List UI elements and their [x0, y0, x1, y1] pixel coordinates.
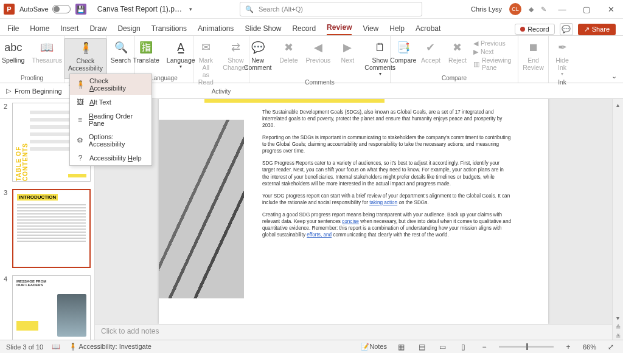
record-dot-icon — [520, 27, 525, 32]
thumb-number-2: 2 — [4, 103, 10, 182]
thumb-number-4: 4 — [4, 275, 10, 340]
translate-icon: 🈯 — [138, 39, 154, 55]
check-accessibility-button[interactable]: 🧍Check Accessibility▾ — [64, 38, 107, 79]
notes-pane[interactable]: Click to add notes — [95, 324, 612, 340]
diamond-icon[interactable]: ◆ — [529, 5, 534, 13]
translate-button[interactable]: 🈯Translate — [129, 38, 162, 65]
reading-view-button[interactable]: ▭ — [437, 342, 449, 352]
tab-insert[interactable]: Insert — [60, 24, 78, 35]
tab-slideshow[interactable]: Slide Show — [245, 24, 281, 35]
search-icon: 🔍 — [113, 39, 129, 55]
slide-canvas: The Sustainable Development Goals (SDGs)… — [95, 99, 612, 340]
search-input[interactable]: 🔍 Search (Alt+Q) — [240, 2, 422, 16]
accessibility-icon: 🧍 — [78, 40, 94, 56]
slide-3[interactable]: The Sustainable Development Goals (SDGs)… — [159, 99, 548, 324]
tab-animations[interactable]: Animations — [198, 24, 234, 35]
normal-view-button[interactable]: ▦ — [395, 342, 408, 352]
zoom-level[interactable]: 66% — [583, 343, 596, 351]
thesaurus-button[interactable]: 📖Thesaurus — [28, 38, 66, 65]
accept-button: ✔Accept — [417, 38, 444, 65]
slide-counter[interactable]: Slide 3 of 10 — [6, 343, 43, 351]
notes-button[interactable]: 📝Notes — [361, 343, 387, 351]
link-taking-action: taking action — [369, 200, 397, 205]
compare-next: ▶ Next — [473, 48, 517, 55]
scroll-up-icon[interactable]: ▴ — [616, 101, 619, 108]
menu-options-accessibility[interactable]: ⚙Options: Accessibility — [70, 130, 151, 151]
yellow-bar — [204, 99, 385, 103]
compare-nav: ◀ Previous ▶ Next ▥ Reviewing Pane — [471, 38, 519, 72]
zoom-out-button[interactable]: − — [478, 342, 490, 352]
spellcheck-status-icon[interactable]: 📖 — [52, 343, 60, 351]
tab-view[interactable]: View — [363, 24, 378, 35]
share-button[interactable]: ↗Share — [578, 24, 616, 35]
comments-button[interactable]: 💬 — [560, 23, 573, 35]
tab-acrobat[interactable]: Acrobat — [416, 24, 440, 35]
accessibility-status[interactable]: 🧍 Accessibility: Investigate — [69, 343, 151, 351]
accessibility-menu: 🧍Check Accessibility 🖼Alt Text ≡Reading … — [69, 74, 152, 166]
tab-file[interactable]: File — [7, 24, 19, 35]
spelling-button[interactable]: abcSpelling — [0, 38, 28, 65]
intro-title: INTRODUCTION — [17, 194, 58, 201]
tab-transitions[interactable]: Transitions — [151, 24, 187, 35]
menu-accessibility-help[interactable]: ?Accessibility Help — [70, 151, 151, 165]
end-review-icon: ⏹ — [526, 39, 541, 55]
accept-icon: ✔ — [423, 39, 439, 55]
prev-slide-icon[interactable]: ≙ — [616, 324, 621, 331]
close-button[interactable]: ✕ — [602, 5, 619, 14]
fit-window-button[interactable]: ⤢ — [605, 342, 617, 352]
minimize-button[interactable]: — — [554, 5, 571, 14]
gear-icon: ⚙ — [76, 136, 84, 145]
leader-photo-icon — [57, 294, 86, 337]
tab-record[interactable]: Record — [292, 24, 316, 35]
play-icon: ▷ — [6, 87, 11, 95]
spelling-icon: abc — [5, 39, 21, 55]
zoom-in-button[interactable]: + — [562, 342, 574, 352]
slide-area[interactable]: The Sustainable Development Goals (SDGs)… — [95, 99, 612, 324]
tab-review[interactable]: Review — [327, 23, 352, 35]
from-beginning-button[interactable]: ▷From Beginning — [6, 87, 62, 95]
thumb-number-3: 3 — [4, 189, 10, 268]
autosave-toggle[interactable]: AutoSave — [19, 5, 71, 13]
avatar[interactable]: CL — [509, 3, 521, 15]
title-bar: P AutoSave 💾 Canva Test Report (1).p… ▾ … — [0, 0, 623, 19]
ink-icon: ✒ — [554, 39, 570, 55]
compare-button[interactable]: 📑Compare — [389, 38, 417, 65]
scroll-down-icon[interactable]: ▾ — [616, 315, 619, 321]
tab-home[interactable]: Home — [30, 24, 49, 35]
record-button[interactable]: Record — [515, 24, 554, 35]
save-icon[interactable]: 💾 — [75, 4, 86, 15]
tab-design[interactable]: Design — [117, 24, 140, 35]
maximize-button[interactable]: ▢ — [578, 5, 595, 14]
next-slide-icon[interactable]: ≚ — [616, 333, 621, 340]
toggle-off-icon[interactable] — [52, 5, 71, 13]
thumb-slide-3[interactable]: INTRODUCTION — [12, 189, 91, 268]
pen-icon[interactable]: ✎ — [541, 5, 546, 13]
previous-icon: ◀ — [310, 39, 326, 55]
building-image — [159, 120, 244, 298]
group-label-activity: Activity — [197, 88, 245, 95]
status-bar: Slide 3 of 10 📖 🧍 Accessibility: Investi… — [0, 340, 623, 353]
thumb-slide-4[interactable]: MESSAGE FROM OUR LEADERS — [12, 275, 91, 340]
group-label-compare: Compare — [394, 75, 514, 81]
menu-check-accessibility[interactable]: 🧍Check Accessibility — [70, 74, 151, 95]
slideshow-view-button[interactable]: ▯ — [458, 342, 470, 352]
zoom-slider[interactable] — [499, 346, 554, 348]
collapse-ribbon-button[interactable]: ⌄ — [611, 72, 617, 80]
search-placeholder: Search (Alt+Q) — [259, 5, 303, 13]
menu-reading-order[interactable]: ≡Reading Order Pane — [70, 109, 151, 130]
vertical-scrollbar[interactable]: ▴ ▾ ≙ ≚ — [612, 99, 623, 340]
reject-button: ✖Reject — [444, 38, 471, 65]
menu-alt-text[interactable]: 🖼Alt Text — [70, 95, 151, 109]
sorter-view-button[interactable]: ▤ — [416, 342, 428, 352]
new-comment-icon: 💬 — [250, 39, 266, 55]
language-icon: A̲ — [173, 39, 189, 55]
user-name[interactable]: Chris Lysy — [471, 5, 502, 13]
end-review-button: ⏹End Review — [519, 38, 547, 72]
new-comment-button[interactable]: 💬New Comment — [240, 38, 276, 72]
hide-ink-button[interactable]: ✒Hide Ink▾ — [549, 38, 576, 78]
tab-draw[interactable]: Draw — [89, 24, 106, 35]
tab-help[interactable]: Help — [389, 24, 405, 35]
document-title[interactable]: Canva Test Report (1).p… — [97, 5, 182, 13]
chevron-down-icon[interactable]: ▾ — [189, 6, 192, 12]
delete-icon: ✖ — [280, 39, 296, 55]
